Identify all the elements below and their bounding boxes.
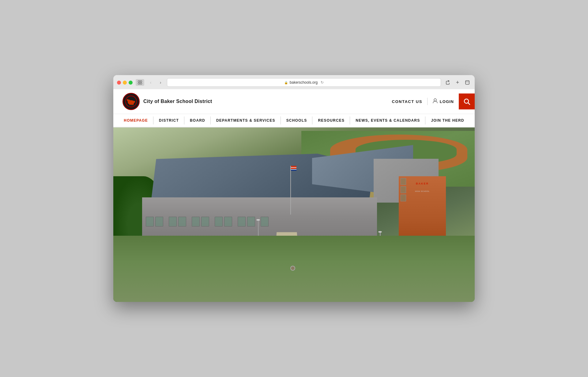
user-icon	[432, 98, 438, 105]
browser-chrome: ‹ › 🔒 bakerschools.org ↻ +	[113, 75, 475, 89]
close-button[interactable]	[117, 81, 121, 85]
site-title: City of Baker School District	[143, 99, 212, 104]
hero-section: BAKER HIGH SCHOOL	[113, 128, 475, 302]
window	[401, 195, 406, 201]
logo-area[interactable]: City of Baker School District	[123, 93, 212, 110]
search-button[interactable]	[459, 93, 475, 109]
website-content: City of Baker School District CONTACT US…	[113, 89, 475, 302]
site-header: City of Baker School District CONTACT US…	[113, 89, 475, 114]
window	[238, 217, 246, 227]
minimize-button[interactable]	[123, 81, 127, 85]
landscape-feature	[290, 266, 295, 271]
svg-point-14	[133, 101, 135, 103]
traffic-lights	[117, 81, 133, 85]
tab-switcher-button[interactable]	[136, 79, 144, 86]
nav-item-schools[interactable]: SCHOOLS	[281, 114, 313, 127]
nav-item-news[interactable]: NEWS, EVENTS & CALENDARS	[350, 114, 425, 127]
flag-blue	[291, 169, 296, 171]
forward-button[interactable]: ›	[157, 79, 164, 86]
svg-line-17	[468, 103, 470, 105]
window	[146, 217, 154, 227]
header-divider	[427, 98, 428, 105]
window	[201, 217, 209, 227]
tab-overview-button[interactable]	[464, 79, 471, 86]
nav-item-homepage[interactable]: HOMEPAGE	[118, 114, 153, 127]
svg-rect-0	[138, 81, 140, 82]
svg-rect-4	[466, 81, 469, 84]
site-navigation: HOMEPAGE DISTRICT BOARD DEPARTMENTS & SE…	[113, 114, 475, 128]
browser-actions: +	[444, 79, 471, 86]
svg-rect-12	[131, 104, 132, 105]
lock-icon: 🔒	[284, 81, 288, 84]
window	[224, 217, 232, 227]
share-button[interactable]	[444, 79, 451, 86]
window	[401, 186, 406, 193]
baker-sign: BAKER	[399, 182, 445, 185]
site-logo	[123, 93, 140, 110]
window	[247, 217, 255, 227]
window	[261, 217, 269, 227]
svg-rect-13	[133, 104, 134, 105]
lamppost-head-1	[256, 219, 260, 221]
window	[155, 217, 163, 227]
side-windows	[399, 176, 446, 203]
browser-top-bar: ‹ › 🔒 bakerschools.org ↻ +	[117, 78, 471, 87]
nav-item-departments[interactable]: DEPARTMENTS & SERVICES	[211, 114, 281, 127]
maximize-button[interactable]	[129, 81, 133, 85]
window	[215, 217, 223, 227]
svg-point-10	[127, 99, 129, 101]
flagpole	[290, 166, 291, 215]
back-button[interactable]: ‹	[147, 79, 154, 86]
contact-link[interactable]: CONTACT US	[392, 99, 422, 104]
high-school-sign: HIGH SCHOOL	[399, 190, 445, 192]
nav-item-board[interactable]: BOARD	[184, 114, 211, 127]
header-actions: CONTACT US LOGIN	[392, 93, 466, 109]
address-bar[interactable]: 🔒 bakerschools.org ↻	[167, 78, 441, 87]
browser-window: ‹ › 🔒 bakerschools.org ↻ +	[113, 75, 475, 302]
url-text: bakerschools.org	[290, 80, 318, 85]
svg-rect-2	[138, 83, 140, 84]
window	[192, 217, 200, 227]
nav-items: HOMEPAGE DISTRICT BOARD DEPARTMENTS & SE…	[118, 114, 469, 127]
svg-point-15	[434, 99, 436, 101]
window	[169, 217, 177, 227]
login-label: LOGIN	[440, 99, 454, 104]
nav-item-resources[interactable]: RESOURCES	[312, 114, 350, 127]
nav-item-district[interactable]: DISTRICT	[153, 114, 184, 127]
hero-image: BAKER HIGH SCHOOL	[113, 128, 475, 302]
window	[178, 217, 186, 227]
reload-icon[interactable]: ↻	[321, 80, 324, 85]
login-button[interactable]: LOGIN	[432, 98, 454, 105]
flag	[291, 166, 296, 171]
svg-rect-3	[140, 83, 142, 84]
svg-rect-11	[130, 104, 130, 105]
svg-rect-1	[140, 81, 142, 82]
nav-item-join[interactable]: JOIN THE HERD	[425, 114, 469, 127]
new-tab-button[interactable]: +	[454, 79, 461, 86]
